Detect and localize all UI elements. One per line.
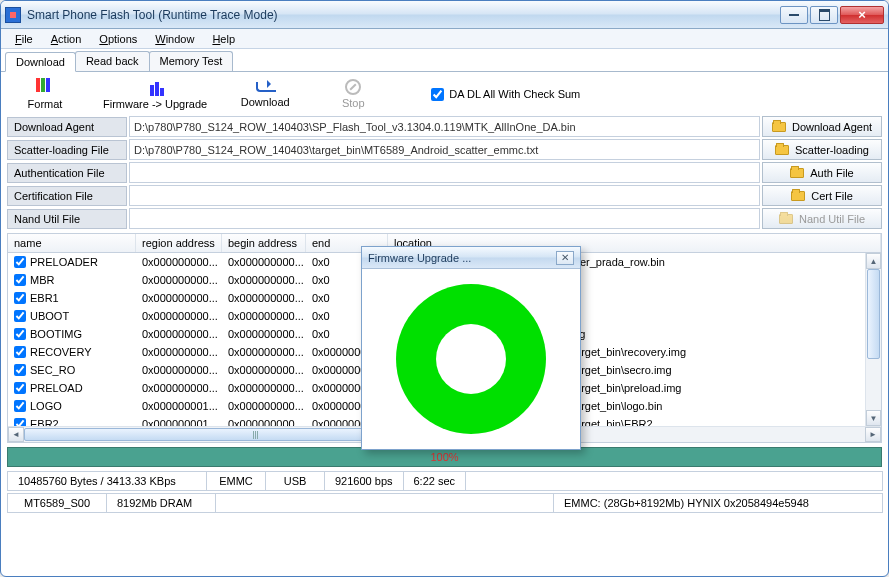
row-begin: 0x000000000...: [222, 292, 306, 304]
row-checkbox[interactable]: [14, 256, 26, 268]
row-region: 0x000000000...: [136, 256, 222, 268]
row-checkbox[interactable]: [14, 382, 26, 394]
status-conn: USB: [265, 471, 325, 491]
dialog-titlebar[interactable]: Firmware Upgrade ... ✕: [362, 247, 580, 269]
row-checkbox[interactable]: [14, 418, 26, 426]
status-storage: EMMC: [206, 471, 266, 491]
nand-browse-button[interactable]: Nand Util File: [762, 208, 882, 229]
scroll-thumb[interactable]: [867, 269, 880, 359]
folder-icon: [779, 214, 793, 224]
col-region[interactable]: region address: [136, 234, 222, 252]
download-icon: [256, 80, 274, 94]
minimize-button[interactable]: [780, 6, 808, 24]
row-name: EBR2: [30, 418, 59, 426]
da-input[interactable]: [129, 116, 760, 137]
stop-button[interactable]: Stop: [323, 79, 383, 109]
cert-input[interactable]: [129, 185, 760, 206]
dialog-close-button[interactable]: ✕: [556, 251, 574, 265]
tab-readback[interactable]: Read back: [75, 51, 150, 71]
auth-browse-button[interactable]: Auth File: [762, 162, 882, 183]
stop-label: Stop: [342, 97, 365, 109]
menu-window[interactable]: Window: [147, 31, 202, 47]
scroll-down-icon[interactable]: ▼: [866, 410, 881, 426]
close-button[interactable]: ×: [840, 6, 884, 24]
checksum-checkbox[interactable]: [431, 88, 444, 101]
menu-help[interactable]: Help: [204, 31, 243, 47]
menu-options[interactable]: Options: [91, 31, 145, 47]
window-title: Smart Phone Flash Tool (Runtime Trace Mo…: [27, 8, 780, 22]
tab-memory-test[interactable]: Memory Test: [149, 51, 234, 71]
progress-text: 100%: [430, 451, 458, 463]
tab-download[interactable]: Download: [5, 52, 76, 72]
row-begin: 0x000000000...: [222, 364, 306, 376]
format-icon: [36, 78, 54, 96]
dialog-title: Firmware Upgrade ...: [368, 252, 556, 264]
scatter-browse-button[interactable]: Scatter-loading: [762, 139, 882, 160]
firmware-upgrade-button[interactable]: Firmware -> Upgrade: [103, 78, 207, 110]
row-name: PRELOADER: [30, 256, 98, 268]
row-region: 0x000000001...: [136, 418, 222, 426]
row-region: 0x000000000...: [136, 364, 222, 376]
menu-action[interactable]: Action: [43, 31, 90, 47]
scroll-up-icon[interactable]: ▲: [866, 253, 881, 269]
progress-bar: 100%: [7, 447, 882, 467]
scatter-input[interactable]: [129, 139, 760, 160]
col-name[interactable]: name: [8, 234, 136, 252]
row-begin: 0x000000000...: [222, 328, 306, 340]
row-region: 0x000000000...: [136, 310, 222, 322]
folder-icon: [790, 168, 804, 178]
scroll-right-icon[interactable]: ►: [865, 427, 881, 442]
row-checkbox[interactable]: [14, 310, 26, 322]
scroll-left-icon[interactable]: ◄: [8, 427, 24, 442]
maximize-button[interactable]: [810, 6, 838, 24]
toolbar: Format Firmware -> Upgrade Download Stop…: [1, 72, 888, 116]
row-region: 0x000000000...: [136, 328, 222, 340]
status-emmc-info: EMMC: (28Gb+8192Mb) HYNIX 0x2058494e5948: [553, 493, 883, 513]
menubar: File Action Options Window Help: [1, 29, 888, 49]
app-window: Smart Phone Flash Tool (Runtime Trace Mo…: [0, 0, 889, 577]
row-region: 0x000000000...: [136, 274, 222, 286]
status-spacer: [465, 471, 883, 491]
row-checkbox[interactable]: [14, 346, 26, 358]
cert-label: Certification File: [7, 186, 127, 206]
row-checkbox[interactable]: [14, 364, 26, 376]
row-checkbox[interactable]: [14, 274, 26, 286]
vertical-scrollbar[interactable]: ▲ ▼: [865, 253, 881, 426]
status-dram: 8192Mb DRAM: [106, 493, 216, 513]
upgrade-icon: [146, 78, 164, 96]
status-time: 6:22 sec: [403, 471, 467, 491]
row-checkbox[interactable]: [14, 292, 26, 304]
row-begin: 0x000000000...: [222, 274, 306, 286]
app-icon: [5, 7, 21, 23]
titlebar[interactable]: Smart Phone Flash Tool (Runtime Trace Mo…: [1, 1, 888, 29]
format-label: Format: [28, 98, 63, 110]
row-name: RECOVERY: [30, 346, 92, 358]
row-begin: 0x000000000...: [222, 310, 306, 322]
row-begin: 0x000000000...: [222, 346, 306, 358]
row-name: BOOTIMG: [30, 328, 82, 340]
download-button[interactable]: Download: [235, 80, 295, 108]
menu-file[interactable]: File: [7, 31, 41, 47]
cert-browse-button[interactable]: Cert File: [762, 185, 882, 206]
row-checkbox[interactable]: [14, 328, 26, 340]
row-name: EBR1: [30, 292, 59, 304]
auth-label: Authentication File: [7, 163, 127, 183]
status-spacer2: [215, 493, 554, 513]
folder-icon: [772, 122, 786, 132]
row-begin: 0x000000000...: [222, 382, 306, 394]
da-label: Download Agent: [7, 117, 127, 137]
row-region: 0x000000001...: [136, 400, 222, 412]
row-begin: 0x000000000...: [222, 400, 306, 412]
row-region: 0x000000000...: [136, 346, 222, 358]
folder-icon: [775, 145, 789, 155]
nand-input[interactable]: [129, 208, 760, 229]
scatter-label: Scatter-loading File: [7, 140, 127, 160]
da-browse-button[interactable]: Download Agent: [762, 116, 882, 137]
auth-input[interactable]: [129, 162, 760, 183]
col-begin[interactable]: begin address: [222, 234, 306, 252]
checksum-label: DA DL All With Check Sum: [449, 88, 580, 100]
row-region: 0x000000000...: [136, 382, 222, 394]
row-checkbox[interactable]: [14, 400, 26, 412]
row-region: 0x000000000...: [136, 292, 222, 304]
format-button[interactable]: Format: [15, 78, 75, 110]
